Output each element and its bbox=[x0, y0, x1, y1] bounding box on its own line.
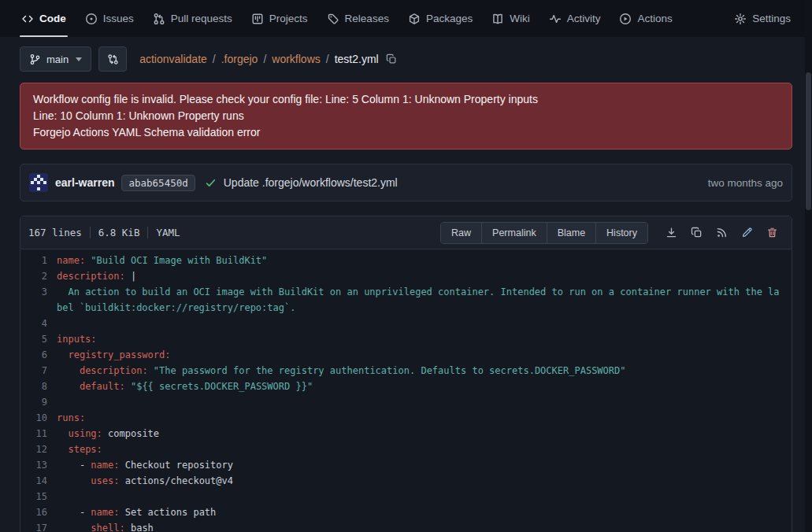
line-number[interactable]: 15 bbox=[20, 489, 57, 504]
code-text: inputs: bbox=[57, 331, 792, 347]
code-text: runs: bbox=[57, 410, 792, 426]
code-text: shell: bash bbox=[57, 520, 792, 532]
line-number[interactable]: 9 bbox=[20, 394, 57, 410]
commit-time: two months ago bbox=[708, 177, 783, 189]
scrollbar-thumb[interactable] bbox=[806, 72, 811, 210]
code-line: 13 - name: Checkout repository bbox=[20, 457, 792, 473]
code-line: 5inputs: bbox=[20, 331, 792, 347]
line-number[interactable]: 16 bbox=[20, 504, 57, 520]
breadcrumb-separator: / bbox=[213, 53, 216, 65]
file-view-buttons: Raw Permalink Blame History bbox=[440, 222, 648, 244]
line-number[interactable]: 1 bbox=[20, 253, 57, 268]
edit-file-button[interactable] bbox=[736, 221, 758, 244]
repo-nav: Code Issues Pull requests Projects Relea… bbox=[0, 0, 812, 37]
latest-commit-bar: earl-warren abab65450d Update .forgejo/w… bbox=[20, 164, 792, 201]
line-number[interactable]: 7 bbox=[20, 363, 57, 379]
error-line: Workflow config file is invalid. Please … bbox=[33, 91, 779, 108]
tab-label: Actions bbox=[637, 13, 672, 24]
breadcrumb-repo-link[interactable]: actionvalidate bbox=[139, 53, 207, 65]
commit-hash[interactable]: abab65450d bbox=[121, 175, 195, 191]
code-line: 7 description: "The password for the reg… bbox=[20, 363, 792, 379]
commit-message[interactable]: Update .forgejo/workflows/test2.yml bbox=[224, 176, 398, 189]
error-line: Forgejo Actions YAML Schema validation e… bbox=[33, 124, 779, 141]
code-line: 2description: | bbox=[20, 268, 792, 284]
page-scrollbar[interactable] bbox=[805, 0, 812, 532]
copy-icon bbox=[691, 227, 703, 238]
code-text: uses: actions/checkout@v4 bbox=[57, 473, 792, 489]
git-pull-request-icon bbox=[153, 13, 165, 25]
commit-author[interactable]: earl-warren bbox=[55, 176, 114, 189]
copy-path-button[interactable] bbox=[384, 52, 399, 66]
tab-actions[interactable]: Actions bbox=[610, 0, 680, 37]
line-number[interactable]: 5 bbox=[20, 331, 57, 347]
code-text: description: "The password for the regis… bbox=[57, 363, 792, 379]
line-number[interactable]: 17 bbox=[20, 520, 57, 532]
code-text: description: | bbox=[57, 268, 792, 284]
code-line: 12 steps: bbox=[20, 441, 792, 457]
code-line: 3 An action to build an OCI image with B… bbox=[20, 284, 792, 316]
code-text: registry_password: bbox=[57, 347, 792, 363]
tab-label: Issues bbox=[103, 13, 134, 24]
tab-releases[interactable]: Releases bbox=[318, 0, 398, 37]
branch-selector[interactable]: main bbox=[20, 46, 91, 72]
tab-packages[interactable]: Packages bbox=[399, 0, 481, 37]
file-language: YAML bbox=[156, 227, 180, 238]
breadcrumb-dir-link[interactable]: workflows bbox=[272, 53, 320, 65]
copy-content-button[interactable] bbox=[685, 221, 708, 244]
delete-file-button[interactable] bbox=[761, 221, 784, 244]
issue-icon bbox=[85, 13, 98, 25]
line-number[interactable]: 13 bbox=[20, 457, 57, 473]
avatar[interactable] bbox=[29, 173, 48, 192]
line-number[interactable]: 2 bbox=[20, 268, 57, 284]
breadcrumb-separator: / bbox=[263, 53, 266, 65]
meta-divider bbox=[90, 227, 91, 238]
tab-label: Wiki bbox=[510, 13, 530, 24]
blame-button[interactable]: Blame bbox=[547, 223, 595, 243]
tag-icon bbox=[327, 13, 339, 25]
tab-label: Code bbox=[39, 13, 66, 24]
activity-pulse-icon bbox=[549, 13, 562, 25]
commit-status-check-icon[interactable] bbox=[205, 177, 217, 189]
tab-wiki[interactable]: Wiki bbox=[483, 0, 539, 37]
breadcrumb-current-file: test2.yml bbox=[335, 53, 379, 65]
tab-projects[interactable]: Projects bbox=[243, 0, 317, 37]
file-header: 167 lines 6.8 KiB YAML Raw Permalink Bla… bbox=[20, 216, 792, 249]
package-icon bbox=[408, 13, 421, 25]
file-size: 6.8 KiB bbox=[98, 227, 140, 238]
code-text: - name: Set actions path bbox=[57, 504, 792, 520]
book-icon bbox=[491, 13, 504, 25]
raw-button[interactable]: Raw bbox=[441, 223, 481, 243]
file-view: 167 lines 6.8 KiB YAML Raw Permalink Bla… bbox=[20, 216, 792, 532]
download-icon bbox=[666, 227, 677, 238]
compare-button[interactable] bbox=[98, 46, 127, 72]
play-circle-icon bbox=[619, 13, 632, 25]
code-lines: 1name: "Build OCI Image with BuildKit"2d… bbox=[20, 249, 792, 532]
tab-issues[interactable]: Issues bbox=[76, 0, 143, 37]
rss-feed-button[interactable] bbox=[710, 221, 733, 244]
chevron-down-icon bbox=[76, 57, 82, 61]
line-number[interactable]: 11 bbox=[20, 426, 57, 441]
code-text bbox=[57, 316, 792, 331]
line-number[interactable]: 12 bbox=[20, 441, 57, 457]
breadcrumb-dir-link[interactable]: .forgejo bbox=[221, 53, 258, 65]
file-lines-count: 167 lines bbox=[28, 227, 82, 238]
line-number[interactable]: 3 bbox=[20, 284, 57, 316]
code-text: default: "${{ secrets.DOCKER_PASSWORD }}… bbox=[57, 379, 792, 394]
history-button[interactable]: History bbox=[595, 223, 647, 243]
file-toolbar: main actionvalidate / .forgejo / workflo… bbox=[20, 37, 792, 81]
code-line: 1name: "Build OCI Image with BuildKit" bbox=[20, 253, 792, 268]
line-number[interactable]: 14 bbox=[20, 473, 57, 489]
line-number[interactable]: 10 bbox=[20, 410, 57, 426]
tab-settings[interactable]: Settings bbox=[725, 0, 799, 37]
download-button[interactable] bbox=[660, 221, 683, 244]
tab-activity[interactable]: Activity bbox=[540, 0, 610, 37]
permalink-button[interactable]: Permalink bbox=[481, 223, 547, 243]
tab-label: Releases bbox=[345, 13, 389, 24]
code-text: steps: bbox=[57, 441, 792, 457]
line-number[interactable]: 4 bbox=[20, 316, 57, 331]
tab-pull-requests[interactable]: Pull requests bbox=[144, 0, 241, 37]
code-icon bbox=[21, 13, 34, 25]
line-number[interactable]: 6 bbox=[20, 347, 57, 363]
line-number[interactable]: 8 bbox=[20, 379, 57, 394]
tab-code[interactable]: Code bbox=[13, 0, 75, 37]
